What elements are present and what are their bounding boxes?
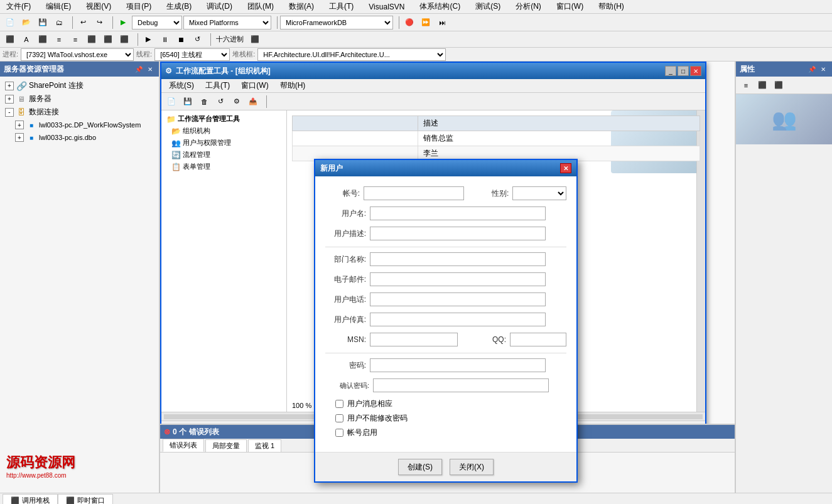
- wf-tb-save[interactable]: 💾: [180, 95, 195, 109]
- tb-step2[interactable]: ⏭: [435, 16, 450, 29]
- tb-r5[interactable]: ≡: [68, 33, 83, 46]
- tb-r1[interactable]: ⬛: [3, 33, 18, 46]
- tree-server[interactable]: + 🖥 服务器: [3, 92, 156, 105]
- phone-input[interactable]: [370, 292, 546, 306]
- tb-r2[interactable]: A: [19, 33, 34, 46]
- menu-debug[interactable]: 调试(D): [203, 0, 236, 13]
- right-tb-1[interactable]: ≡: [738, 78, 754, 92]
- right-tb-2[interactable]: ⬛: [755, 78, 770, 92]
- tab-immediate[interactable]: ⬛ 即时窗口: [58, 494, 113, 504]
- tb-stop[interactable]: ⏹: [173, 33, 188, 46]
- wf-tb-settings[interactable]: ⚙: [229, 95, 244, 109]
- win-minimize-btn[interactable]: _: [665, 66, 676, 76]
- right-panel-close[interactable]: ✕: [818, 64, 828, 74]
- menu-tools[interactable]: 工具(T): [325, 0, 357, 13]
- menu-architecture[interactable]: 体系结构(C): [416, 0, 464, 13]
- tree-expand-db[interactable]: -: [5, 108, 14, 117]
- checkbox-enable-input[interactable]: [335, 429, 343, 437]
- gender-select[interactable]: 男 女: [512, 186, 566, 200]
- tb-r8[interactable]: ⬛: [117, 33, 132, 46]
- tb-redo[interactable]: ↪: [92, 16, 107, 29]
- stack-select[interactable]: HF.Architecture.UI.dll!HF.Architecture.U…: [257, 48, 446, 61]
- wf-tree-org[interactable]: 📂 组织机构: [169, 125, 284, 137]
- tb-undo[interactable]: ↩: [75, 16, 90, 29]
- email-input[interactable]: [370, 272, 546, 286]
- menu-view[interactable]: 视图(V): [82, 0, 115, 13]
- error-tab-list[interactable]: 错误列表: [163, 439, 204, 452]
- tb-step1[interactable]: ⏩: [418, 16, 433, 29]
- wf-tb-export[interactable]: 📤: [246, 95, 261, 109]
- checkbox-nopwd-input[interactable]: [335, 414, 343, 422]
- tb-hex[interactable]: ⬛: [247, 33, 262, 46]
- dialog-close-icon[interactable]: ✕: [560, 163, 571, 173]
- win-close-btn[interactable]: ✕: [690, 66, 701, 76]
- tb-saveall[interactable]: 🗂: [51, 16, 67, 29]
- debug-mode-select[interactable]: Debug: [132, 16, 182, 29]
- win-restore-btn[interactable]: □: [678, 66, 689, 76]
- menu-build[interactable]: 生成(B): [163, 0, 195, 13]
- wf-tb-new[interactable]: 📄: [164, 95, 179, 109]
- menu-edit[interactable]: 编辑(E): [42, 0, 75, 13]
- tb-restart[interactable]: ↺: [190, 33, 205, 46]
- wf-tree-users[interactable]: 👥 用户与权限管理: [169, 137, 284, 149]
- wf-tree-form[interactable]: 📋 表单管理: [169, 161, 284, 173]
- msn-input[interactable]: [370, 333, 458, 346]
- close-button[interactable]: 关闭(X): [450, 459, 494, 475]
- menu-project[interactable]: 项目(P): [122, 0, 155, 13]
- menu-help[interactable]: 帮助(H): [595, 0, 628, 13]
- tb-play[interactable]: ▶: [141, 33, 156, 46]
- account-input[interactable]: [364, 186, 464, 200]
- panel-close-btn[interactable]: ✕: [145, 64, 155, 74]
- tree-expand-srv[interactable]: +: [5, 95, 14, 104]
- tree-expand-sp[interactable]: +: [5, 82, 14, 90]
- dept-input[interactable]: [370, 252, 546, 266]
- tree-sharepoint[interactable]: + 🔗 SharePoint 连接: [3, 79, 156, 92]
- menu-analyze[interactable]: 分析(N): [512, 0, 545, 13]
- password-input[interactable]: [370, 358, 546, 372]
- tree-expand-db2[interactable]: +: [15, 133, 24, 142]
- menu-visualsvn[interactable]: VisualSVN: [365, 1, 408, 13]
- confirm-password-input[interactable]: [373, 378, 549, 392]
- tb-breakpt[interactable]: 🔴: [402, 16, 417, 29]
- wf-menu-tools[interactable]: 工具(T): [200, 79, 235, 92]
- menu-test[interactable]: 测试(S): [472, 0, 504, 13]
- wf-tree-flow[interactable]: 🔄 流程管理: [169, 149, 284, 161]
- tb-open[interactable]: 📂: [19, 16, 34, 29]
- tree-db1[interactable]: + ■ lwl0033-pc.DP_WorkFlowSystem: [3, 119, 156, 131]
- tree-expand-db1[interactable]: +: [15, 121, 24, 129]
- tb-r3[interactable]: ⬛: [35, 33, 50, 46]
- tb-new[interactable]: 📄: [3, 16, 18, 29]
- menu-data[interactable]: 数据(A): [285, 0, 318, 13]
- right-panel-pin[interactable]: 📌: [807, 64, 817, 74]
- tree-dataconn[interactable]: - 🗄 数据连接: [3, 105, 156, 119]
- description-input[interactable]: [370, 227, 546, 240]
- wf-menu-system[interactable]: 系统(S): [164, 79, 199, 92]
- tb-save[interactable]: 💾: [35, 16, 50, 29]
- wf-tb-refresh[interactable]: ↺: [213, 95, 228, 109]
- checkbox-msg-input[interactable]: [335, 400, 343, 408]
- error-tab-watch[interactable]: 监视 1: [248, 439, 281, 452]
- platform-select[interactable]: Mixed Platforms: [183, 16, 271, 29]
- thread-select[interactable]: [6540] 主线程: [154, 48, 230, 61]
- project-select[interactable]: MicroFrameworkDB: [280, 16, 393, 29]
- menu-window[interactable]: 窗口(W): [553, 0, 587, 13]
- tb-run[interactable]: ▶: [116, 16, 131, 29]
- tb-pause[interactable]: ⏸: [157, 33, 172, 46]
- wf-tree-root[interactable]: 📁 工作流平台管理工具: [164, 113, 284, 125]
- wf-menu-help[interactable]: 帮助(H): [275, 79, 311, 92]
- panel-pin-btn[interactable]: 📌: [134, 64, 144, 74]
- qq-input[interactable]: [510, 333, 566, 346]
- wf-menu-window[interactable]: 窗口(W): [236, 79, 273, 92]
- process-select[interactable]: [7392] WfaTool.vshost.exe: [21, 48, 134, 61]
- right-tb-3[interactable]: ⬛: [771, 78, 786, 92]
- menu-file[interactable]: 文件(F): [3, 0, 35, 13]
- username-input[interactable]: [370, 206, 546, 220]
- tb-r7[interactable]: ⬛: [100, 33, 116, 46]
- menu-team[interactable]: 团队(M): [244, 0, 278, 13]
- tb-r6[interactable]: ⬛: [84, 33, 99, 46]
- tree-db2[interactable]: + ■ lwl0033-pc.gis.dbo: [3, 131, 156, 144]
- tab-callstack[interactable]: ⬛ 调用堆栈: [3, 494, 58, 504]
- fax-input[interactable]: [370, 313, 546, 326]
- error-tab-locals[interactable]: 局部变量: [205, 439, 247, 452]
- tb-r4[interactable]: ≡: [51, 33, 67, 46]
